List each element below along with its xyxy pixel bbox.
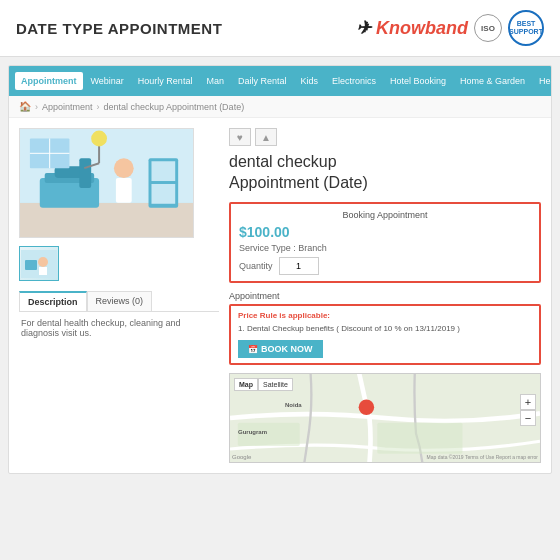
wishlist-button[interactable]: ♥ <box>229 128 251 146</box>
tab-reviews[interactable]: Reviews (0) <box>87 291 153 311</box>
svg-point-8 <box>91 131 107 147</box>
product-thumbnail[interactable] <box>19 246 59 281</box>
svg-rect-11 <box>116 178 132 203</box>
book-now-icon: 📅 <box>248 345 258 354</box>
iso-badge: ISO <box>474 14 502 42</box>
knowband-logo: ✈ Knowband <box>356 17 468 39</box>
svg-rect-1 <box>20 203 193 238</box>
map-area: Map Satellite <box>229 373 541 463</box>
product-title: dental checkupAppointment (Date) <box>229 152 541 194</box>
breadcrumb-home-icon[interactable]: 🏠 <box>19 101 31 112</box>
svg-point-10 <box>114 158 134 178</box>
nav-item-hourly-rental[interactable]: Hourly Rental <box>132 72 199 90</box>
breadcrumb-sep-2: › <box>97 102 100 112</box>
product-page: Description Reviews (0) For dental healt… <box>9 118 551 473</box>
booking-box-title: Booking Appointment <box>239 210 531 220</box>
svg-rect-14 <box>151 184 175 204</box>
product-description: For dental health checkup, cleaning and … <box>19 312 219 344</box>
quantity-row: Quantity <box>239 257 531 275</box>
product-main-image <box>19 128 194 238</box>
brand-prefix: K <box>376 18 389 38</box>
nav-item-hotel-booking[interactable]: Hotel Booking <box>384 72 452 90</box>
zoom-out-button[interactable]: − <box>520 410 536 426</box>
nav-item-health-beauty[interactable]: Health & Beauty <box>533 72 552 90</box>
nav-item-appointment[interactable]: Appointment <box>15 72 83 90</box>
map-type-satellite[interactable]: Satellite <box>258 378 293 391</box>
booking-box: Booking Appointment $100.00 Service Type… <box>229 202 541 283</box>
service-type-label: Service Type : Branch <box>239 243 531 253</box>
map-label-gurugram: Gurugram <box>238 429 267 435</box>
breadcrumb-item-appointment[interactable]: Appointment <box>42 102 93 112</box>
nav-item-webinar[interactable]: Webinar <box>85 72 130 90</box>
google-logo: Google <box>232 454 251 460</box>
svg-rect-6 <box>79 158 91 188</box>
price-rule-title: Price Rule is applicable: <box>238 311 532 320</box>
nav-item-home-garden[interactable]: Home & Garden <box>454 72 531 90</box>
product-price: $100.00 <box>239 224 531 240</box>
map-label-noida: Noida <box>285 402 302 408</box>
price-rule-item: 1. Dental Checkup benefits ( Discount of… <box>238 324 532 333</box>
nav-item-daily-rental[interactable]: Daily Rental <box>232 72 293 90</box>
page-title: DATE TYPE APPOINTMENT <box>16 20 222 37</box>
map-footer: Map data ©2019 Terms of Use Report a map… <box>427 454 538 460</box>
price-rule-box: Price Rule is applicable: 1. Dental Chec… <box>229 304 541 366</box>
appointment-section-label: Appointment <box>229 291 541 301</box>
thumb-image <box>21 250 57 278</box>
book-now-button[interactable]: 📅 BOOK NOW <box>238 340 323 358</box>
svg-point-20 <box>38 257 48 267</box>
dental-illustration <box>20 128 193 238</box>
nav-item-man[interactable]: Man <box>200 72 230 90</box>
svg-rect-19 <box>25 260 37 270</box>
support-badge: BESTSUPPORT <box>508 10 544 46</box>
svg-rect-21 <box>39 267 47 275</box>
product-left-column: Description Reviews (0) For dental healt… <box>19 128 219 463</box>
nav-item-electronics[interactable]: Electronics <box>326 72 382 90</box>
page-header: DATE TYPE APPOINTMENT ✈ Knowband ISO BES… <box>0 0 560 57</box>
main-content-area: Appointment Webinar Hourly Rental Man Da… <box>8 65 552 474</box>
product-tabs: Description Reviews (0) <box>19 291 219 312</box>
map-type-buttons: Map Satellite <box>234 378 293 391</box>
quantity-label: Quantity <box>239 261 273 271</box>
breadcrumb: 🏠 › Appointment › dental checkup Appoint… <box>9 96 551 118</box>
share-button[interactable]: ▲ <box>255 128 277 146</box>
navigation-bar: Appointment Webinar Hourly Rental Man Da… <box>9 66 551 96</box>
map-type-map[interactable]: Map <box>234 378 258 391</box>
breadcrumb-item-product: dental checkup Appointment (Date) <box>104 102 245 112</box>
header-logos: ✈ Knowband ISO BESTSUPPORT <box>356 10 544 46</box>
product-right-column: ♥ ▲ dental checkupAppointment (Date) Boo… <box>219 128 541 463</box>
svg-rect-24 <box>377 423 462 454</box>
quantity-input[interactable] <box>279 257 319 275</box>
svg-rect-13 <box>151 161 175 181</box>
map-zoom-controls: + − <box>520 394 536 426</box>
wishlist-bar: ♥ ▲ <box>229 128 541 146</box>
book-now-label: BOOK NOW <box>261 344 313 354</box>
zoom-in-button[interactable]: + <box>520 394 536 410</box>
nav-item-kids[interactable]: Kids <box>294 72 324 90</box>
breadcrumb-sep-1: › <box>35 102 38 112</box>
tab-description[interactable]: Description <box>19 291 87 311</box>
